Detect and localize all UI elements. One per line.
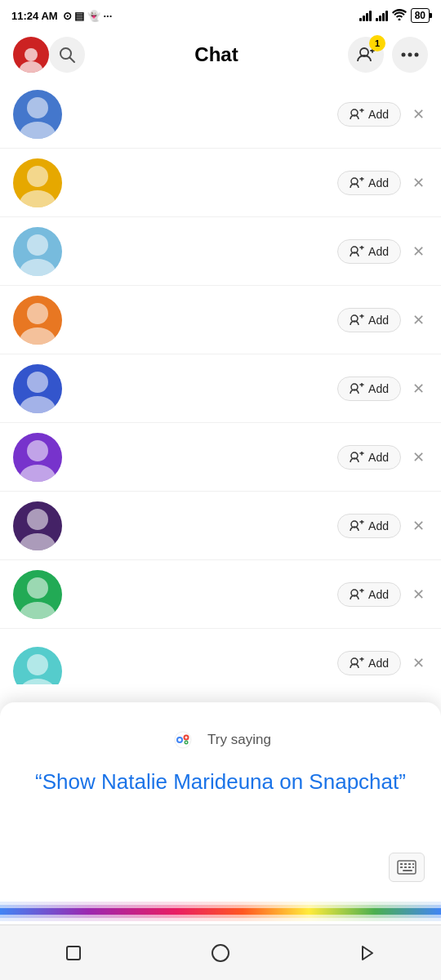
time-display: 11:24 AM (11, 10, 58, 22)
chat-item[interactable]: Add ✕ (0, 629, 441, 684)
svg-point-15 (27, 166, 48, 187)
svg-rect-67 (400, 866, 403, 868)
chat-item[interactable]: Add ✕ (0, 560, 441, 629)
try-saying-label: Try saying (207, 732, 271, 748)
add-label: Add (368, 451, 389, 464)
nav-right-buttons: 1 (348, 37, 428, 73)
add-button[interactable]: Add (337, 102, 401, 127)
keyboard-button[interactable] (389, 853, 425, 882)
dismiss-button[interactable]: ✕ (409, 102, 428, 127)
search-button[interactable] (49, 37, 85, 73)
avatar (13, 90, 62, 139)
add-label: Add (368, 245, 389, 258)
avatar (13, 570, 62, 619)
svg-point-45 (27, 577, 48, 599)
add-label: Add (368, 314, 389, 327)
svg-point-30 (27, 372, 48, 393)
dismiss-button[interactable]: ✕ (409, 582, 428, 607)
dismiss-button[interactable]: ✕ (409, 308, 428, 332)
svg-point-25 (27, 303, 48, 324)
add-button[interactable]: Add (337, 514, 401, 538)
rainbow-bar (0, 895, 441, 924)
svg-point-31 (20, 396, 56, 413)
chat-actions: Add ✕ (337, 445, 428, 470)
notification-icons: ⊙ ▤ 👻 ··· (63, 10, 113, 22)
dismiss-button[interactable]: ✕ (409, 376, 428, 401)
battery-level: 80 (415, 10, 425, 21)
svg-point-51 (20, 679, 56, 685)
chat-actions: Add ✕ (337, 308, 428, 332)
dismiss-button[interactable]: ✕ (409, 445, 428, 470)
chat-item[interactable]: Add ✕ (0, 217, 441, 286)
chat-item[interactable]: Add ✕ (0, 492, 441, 560)
chat-item[interactable]: Add ✕ (0, 423, 441, 492)
add-button[interactable]: Add (337, 308, 401, 332)
svg-point-16 (20, 190, 56, 207)
chat-actions: Add ✕ (337, 171, 428, 195)
add-button[interactable]: Add (337, 582, 401, 607)
avatar (13, 647, 62, 685)
status-bar: 11:24 AM ⊙ ▤ 👻 ··· 80 (0, 0, 441, 29)
google-assistant-icon (170, 727, 196, 753)
status-time: 11:24 AM ⊙ ▤ 👻 ··· (11, 10, 112, 22)
svg-point-35 (27, 440, 48, 461)
svg-rect-64 (404, 863, 407, 865)
add-button[interactable]: Add (337, 239, 401, 264)
svg-point-61 (185, 742, 187, 743)
svg-rect-72 (67, 947, 80, 960)
chat-actions: Add ✕ (337, 514, 428, 538)
chat-item[interactable]: Add ✕ (0, 354, 441, 423)
notification-badge: 1 (369, 35, 385, 51)
svg-point-59 (185, 737, 188, 739)
chat-actions: Add ✕ (337, 651, 428, 675)
avatar (13, 296, 62, 345)
svg-point-21 (20, 259, 56, 276)
add-label: Add (368, 657, 389, 670)
chat-item[interactable]: Add ✕ (0, 286, 441, 354)
svg-rect-68 (404, 866, 407, 868)
svg-rect-70 (412, 866, 414, 868)
add-label: Add (368, 108, 389, 121)
add-label: Add (368, 588, 389, 601)
more-options-button[interactable] (392, 37, 428, 73)
svg-point-26 (20, 327, 56, 345)
svg-rect-63 (400, 863, 403, 865)
assistant-header: Try saying (170, 702, 271, 753)
add-label: Add (368, 519, 389, 532)
add-friend-button[interactable]: 1 (348, 37, 384, 73)
chat-item[interactable]: Add ✕ (0, 80, 441, 149)
home-button[interactable] (203, 935, 238, 971)
svg-point-9 (415, 53, 419, 57)
svg-point-41 (20, 533, 56, 550)
add-button[interactable]: Add (337, 445, 401, 470)
add-button[interactable]: Add (337, 651, 401, 675)
recents-button[interactable] (350, 935, 385, 971)
dismiss-button[interactable]: ✕ (409, 651, 428, 675)
svg-point-8 (408, 53, 412, 57)
dismiss-button[interactable]: ✕ (409, 514, 428, 538)
chat-list: Add ✕ Add (0, 80, 441, 684)
svg-point-36 (20, 465, 56, 482)
user-avatar[interactable] (13, 37, 49, 73)
add-button[interactable]: Add (337, 171, 401, 195)
chat-actions: Add ✕ (337, 102, 428, 127)
top-nav: Chat 1 (0, 29, 441, 80)
svg-point-0 (24, 48, 38, 61)
svg-point-1 (20, 61, 42, 73)
avatar (13, 501, 62, 550)
wifi-icon (392, 9, 407, 23)
back-button[interactable] (56, 935, 91, 971)
dismiss-button[interactable]: ✕ (409, 171, 428, 195)
chat-actions: Add ✕ (337, 376, 428, 401)
svg-rect-69 (408, 866, 411, 868)
chat-actions: Add ✕ (337, 582, 428, 607)
chat-item[interactable]: Add ✕ (0, 149, 441, 217)
avatar (13, 364, 62, 413)
avatar (13, 158, 62, 207)
assistant-suggestion: “Show Natalie Marideuna on Snapchat” (12, 753, 429, 796)
dismiss-button[interactable]: ✕ (409, 239, 428, 264)
svg-point-40 (27, 509, 48, 530)
svg-point-11 (20, 122, 56, 139)
add-button[interactable]: Add (337, 376, 401, 401)
svg-point-57 (178, 738, 181, 742)
